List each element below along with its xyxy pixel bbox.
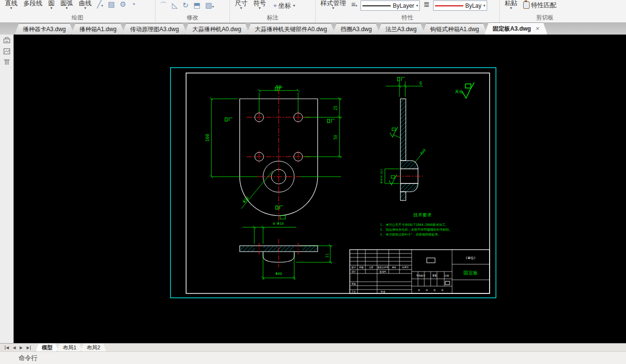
hatch-icon[interactable]: ▨	[107, 0, 116, 9]
dim-right-lower: 50	[334, 135, 338, 140]
tb-row-approve: 批准	[380, 291, 386, 293]
surface-rest-label: 其余	[455, 90, 463, 94]
tb-row-standard: 标准化	[379, 270, 386, 273]
dim-bore-tolerance: Φ20+0.021	[380, 169, 383, 183]
draw-group-label: 绘图	[0, 14, 155, 22]
ribbon-group-properties: 样式管理▼ ≡▾ ByLayer ▾ ≣ ByLay ▾ 特性	[316, 0, 500, 22]
tech-req-item: 2. 锐边倒钝去毛刺，表面不得有磕碰划伤等缺陷。	[380, 228, 452, 232]
tb-row-design: 设计	[352, 270, 357, 273]
tab-layout1[interactable]: 布局1	[57, 344, 83, 352]
file-tab[interactable]: 传动原理图A3.dwg	[122, 23, 187, 35]
file-tab[interactable]: 大蒜播种机A0.dwg	[184, 23, 249, 35]
tb-sheet: 共	[418, 289, 420, 291]
file-tab-bar: 播种器卡A3.dwg 播种箱A1.dwg 传动原理图A3.dwg 大蒜播种机A0…	[0, 22, 626, 35]
lineweight-icon[interactable]: ≡▾	[350, 0, 359, 10]
coordinate-button[interactable]: ⌖ 坐标 ▼	[270, 1, 298, 10]
tab-model[interactable]: 模型	[36, 344, 59, 352]
linetype-dropdown[interactable]: ByLayer ▾	[360, 0, 420, 11]
cad-canvas[interactable]: 50 100 25 50 Φ20	[14, 35, 626, 343]
tb-header-cell: 处数	[360, 266, 364, 269]
file-tab[interactable]: 法兰A3.dwg	[377, 23, 425, 35]
color-sample-line	[435, 5, 463, 6]
tb-header-cell: 签名	[392, 266, 397, 269]
color-dropdown[interactable]: ByLay ▾	[433, 0, 487, 11]
ribbon: 直线▼ 多段线 圆▼ 圆弧▼ 曲线▼ ╱▾ ▨ ⚙ ◔ 绘图 ⌒ ◺ ↻ ⬒ ▨…	[0, 0, 626, 23]
tb-unit: (单位)	[466, 256, 476, 260]
chevron-down-icon: ▾	[416, 3, 418, 8]
linetype-sample-line	[362, 5, 391, 6]
edit-hatch-icon[interactable]: ▨▾	[204, 1, 215, 11]
close-icon[interactable]: ×	[536, 25, 539, 32]
tab-layout2[interactable]: 布局2	[80, 344, 107, 352]
style-manager-button[interactable]: 样式管理▼	[319, 0, 348, 10]
model-tab-bar: ◀ ◀ ▶ ▶ 模型 布局1 布局2	[0, 343, 626, 352]
tb-row-check: 审核	[352, 283, 357, 285]
polyline-button[interactable]: 多段线	[21, 0, 44, 7]
plot-icon[interactable]	[2, 36, 12, 45]
tb-stage: 阶段标记	[417, 274, 426, 277]
rotate-icon[interactable]: ↻	[181, 1, 190, 10]
linetype-list-icon[interactable]: ≣	[422, 0, 431, 9]
properties-group-label: 特性	[316, 14, 499, 22]
ribbon-group-annotate: 尺寸▼ 符号▼ ⌖ 坐标 ▼ 标注	[230, 0, 316, 22]
line-button[interactable]: 直线▼	[3, 0, 19, 10]
surface-finish-note: 其余	[455, 83, 474, 98]
chevron-down-icon: ▼	[65, 7, 69, 10]
ribbon-group-clipboard: 粘贴▼ 特性匹配 剪切板	[500, 0, 590, 22]
gear-icon[interactable]: ⚙	[118, 0, 128, 9]
left-toolbar	[0, 35, 14, 343]
chamfer-icon[interactable]: ◺	[171, 1, 179, 10]
orbit-icon[interactable]: ⬒	[192, 1, 202, 10]
tb-part-name: 固定板	[463, 270, 478, 275]
file-tab[interactable]: 播种箱A1.dwg	[71, 23, 125, 35]
file-tab-active[interactable]: 固定板A3.dwg×	[484, 22, 548, 35]
command-line[interactable]: 命令行	[0, 351, 626, 364]
construction-line-icon[interactable]: ╱▾	[95, 0, 105, 10]
annotate-group-label: 标注	[230, 14, 315, 22]
chevron-down-icon: ▼	[292, 4, 296, 7]
tech-req-item: 1. 未注公差尺寸按GB/T1804-2000要求加工。	[380, 223, 449, 227]
match-properties-button[interactable]: 特性匹配	[521, 1, 558, 9]
dim-left-height: 100	[205, 134, 210, 142]
nav-next-icon[interactable]: ▶	[19, 346, 22, 350]
symbol-button[interactable]: 符号▼	[251, 0, 268, 10]
nav-last-icon[interactable]: ▶	[26, 346, 30, 350]
layout-nav: ◀ ◀ ▶ ▶	[0, 344, 36, 352]
bottom-section-view: 4-Φ10 Φ40 21	[240, 206, 332, 280]
spline-button[interactable]: 曲线▼	[77, 0, 94, 10]
front-view: 50 100 25 50 Φ20	[205, 85, 342, 220]
coordinate-icon: ⌖	[272, 1, 278, 10]
nav-prev-icon[interactable]: ◀	[13, 346, 16, 350]
tb-scale: 比例	[445, 274, 450, 277]
nav-first-icon[interactable]: ◀	[5, 346, 9, 350]
tech-req-item: 3. 未注圆角过渡R<5°，表面做防锈处理。	[380, 233, 441, 237]
chevron-down-icon: ▼	[510, 7, 513, 10]
modify-group-label: 修改	[155, 14, 229, 22]
region-icon[interactable]: ◔	[130, 0, 137, 9]
chevron-down-icon: ▼	[332, 7, 335, 10]
tb-row-process: 工艺	[352, 290, 357, 293]
circle-button[interactable]: 圆▼	[46, 0, 57, 10]
file-tab[interactable]: 大蒜播种机关键部件A0.dwg	[247, 23, 335, 35]
dimension-button[interactable]: 尺寸▼	[233, 0, 249, 10]
file-tab[interactable]: 钩链式种箱A1.dwg	[422, 23, 487, 35]
fillet-icon[interactable]: ⌒	[158, 1, 169, 10]
arc-button[interactable]: 圆弧▼	[58, 0, 75, 10]
grid-icon[interactable]	[2, 57, 12, 66]
match-properties-icon	[523, 1, 530, 9]
tb-weight: 重量	[433, 274, 437, 277]
tb-header-cell: 更改文件号	[378, 266, 389, 269]
file-tab[interactable]: 挡圈A3.dwg	[332, 23, 380, 35]
chevron-down-icon: ▼	[84, 7, 87, 10]
tb-header-cell: 标记	[351, 266, 357, 269]
preview-icon[interactable]	[2, 47, 12, 55]
dim-thickness: 6	[419, 81, 422, 86]
dim-right-upper: 25	[334, 106, 338, 110]
title-block: 标记 处数 分区 更改文件号 签名 年月日 设计 标准化 审核 工艺 批准 阶段…	[350, 250, 490, 293]
file-tab[interactable]: 播种器卡A3.dwg	[15, 23, 74, 35]
dim-fillet: R10	[419, 148, 426, 155]
command-line-label: 命令行	[19, 354, 38, 363]
paste-button[interactable]: 粘贴▼	[503, 0, 519, 10]
dim-hole-pattern: 4-Φ10	[273, 221, 284, 226]
dim-boss-height: 21	[325, 253, 329, 257]
